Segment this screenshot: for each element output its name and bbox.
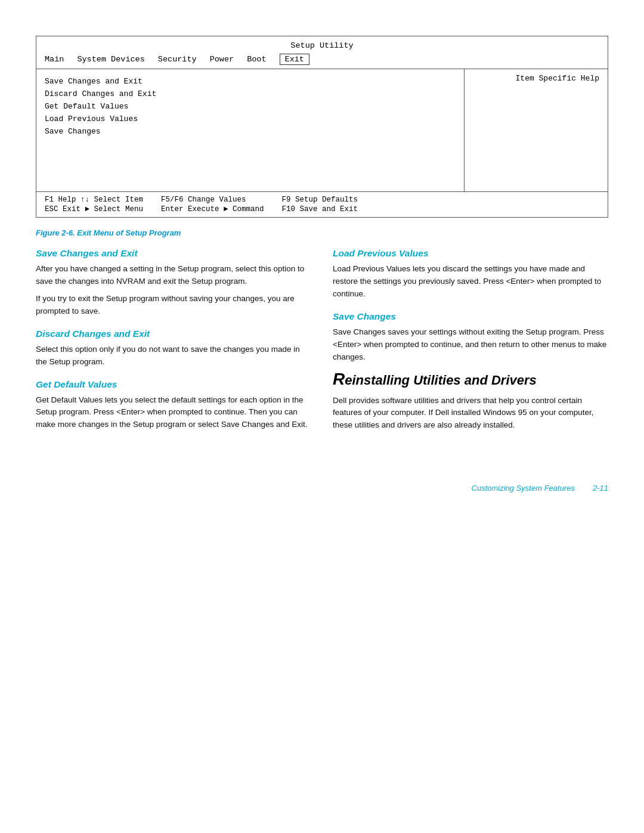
bottom-help-select-item: F1 Help ↑↓ Select Item (45, 196, 143, 204)
setup-bottom-bar: F1 Help ↑↓ Select Item ESC Exit ► Select… (36, 191, 608, 217)
menu-item-system-devices[interactable]: System Devices (77, 55, 144, 64)
menu-item-exit[interactable]: Exit (280, 54, 309, 65)
footer-text: Customizing System Features (472, 484, 575, 493)
figure-caption: Figure 2-6. Exit Menu of Setup Program (36, 228, 608, 237)
section-heading-save-changes-exit: Save Changes and Exit (36, 248, 311, 259)
menu-item-power[interactable]: Power (210, 55, 234, 64)
menu-item-security[interactable]: Security (158, 55, 197, 64)
bottom-execute-command: Enter Execute ► Command (161, 205, 264, 213)
bottom-setup-defaults: F9 Setup Defaults (282, 196, 358, 204)
setup-utility-box: Setup Utility Main System Devices Securi… (36, 36, 608, 218)
bottom-bar-col-3: F9 Setup Defaults F10 Save and Exit (282, 196, 358, 213)
content-area: Save Changes and Exit After you have cha… (36, 248, 608, 436)
content-left: Save Changes and Exit After you have cha… (36, 248, 311, 436)
setup-main-area: Save Changes and Exit Discard Changes an… (36, 69, 608, 191)
bottom-save-exit: F10 Save and Exit (282, 205, 358, 213)
item-specific-help-label: Item Specific Help (473, 74, 599, 86)
setup-right-panel: Item Specific Help (465, 69, 608, 191)
bottom-esc-select-menu: ESC Exit ► Select Menu (45, 205, 143, 213)
bottom-change-values: F5/F6 Change Values (161, 196, 264, 204)
setup-menu-bar: Main System Devices Security Power Boot … (36, 52, 608, 69)
section-heading-save-changes: Save Changes (333, 311, 608, 322)
menu-option-discard-exit[interactable]: Discard Changes and Exit (45, 88, 456, 100)
reinstalling-para1: Dell provides software utilities and dri… (333, 395, 608, 432)
menu-option-save-exit[interactable]: Save Changes and Exit (45, 75, 456, 88)
menu-option-get-defaults[interactable]: Get Default Values (45, 100, 456, 113)
bottom-bar-col-2: F5/F6 Change Values Enter Execute ► Comm… (161, 196, 264, 213)
section-heading-discard-exit: Discard Changes and Exit (36, 329, 311, 339)
menu-item-main[interactable]: Main (45, 55, 64, 64)
save-changes-para1: Save Changes saves your settings without… (333, 326, 608, 364)
page-footer: Customizing System Features 2-11 (36, 484, 608, 493)
footer-page-num: 2-11 (593, 484, 608, 493)
setup-left-panel: Save Changes and Exit Discard Changes an… (36, 69, 465, 191)
reinstalling-heading: Reinstalling Utilities and Drivers (333, 370, 608, 389)
discard-exit-para1: Select this option only if you do not wa… (36, 343, 311, 368)
get-defaults-para1: Get Default Values lets you select the d… (36, 394, 311, 432)
bottom-bar-col-1: F1 Help ↑↓ Select Item ESC Exit ► Select… (45, 196, 143, 213)
reinstalling-r: R (333, 370, 345, 388)
load-previous-para1: Load Previous Values lets you discard th… (333, 263, 608, 301)
section-heading-get-defaults: Get Default Values (36, 379, 311, 390)
save-changes-exit-para1: After you have changed a setting in the … (36, 263, 311, 288)
menu-option-save-changes[interactable]: Save Changes (45, 125, 456, 138)
menu-item-boot[interactable]: Boot (247, 55, 266, 64)
reinstalling-rest: einstalling Utilities and Drivers (345, 373, 537, 388)
section-heading-load-previous: Load Previous Values (333, 248, 608, 259)
save-changes-exit-para2: If you try to exit the Setup program wit… (36, 293, 311, 318)
reinstalling-section: Reinstalling Utilities and Drivers Dell … (333, 370, 608, 432)
setup-title: Setup Utility (36, 36, 608, 52)
content-right: Load Previous Values Load Previous Value… (333, 248, 608, 436)
menu-option-load-previous[interactable]: Load Previous Values (45, 113, 456, 125)
